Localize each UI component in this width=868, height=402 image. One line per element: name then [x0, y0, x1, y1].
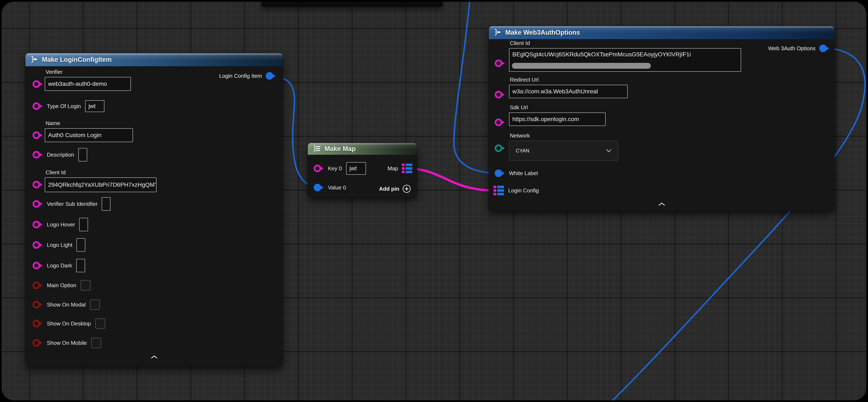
verifier-field-group: Verifier web3auth-auth0-demo: [45, 69, 131, 91]
value0-pin[interactable]: [314, 183, 324, 192]
client-id-pin[interactable]: [495, 59, 505, 68]
logo-light-row: Logo Light: [33, 238, 85, 252]
show-on-modal-row: Show On Modal: [33, 299, 100, 310]
map-output[interactable]: Map: [388, 164, 412, 173]
network-field-group: Network CYAN: [509, 133, 618, 161]
value0-label: Value 0: [328, 184, 346, 191]
redirect-url-input[interactable]: w3a://com.w3a.Web3AuthUnreal: [509, 85, 628, 98]
show-on-mobile-pin[interactable]: [33, 339, 43, 347]
show-on-desktop-checkbox[interactable]: [95, 318, 105, 329]
show-on-mobile-checkbox[interactable]: [91, 338, 101, 348]
network-pin[interactable]: [495, 144, 505, 153]
node-header[interactable]: Make LoginConfigItem: [25, 53, 283, 66]
client-id-field-group: Client Id 294QRkchfq2YaXUbPri7D6PH7xzHgQ…: [45, 169, 156, 192]
verifier-input[interactable]: web3auth-auth0-demo: [45, 77, 131, 91]
node-make-map[interactable]: Make Map Key 0 jwt Map Value 0 Add pin: [308, 143, 417, 197]
node-make-web3authoptions[interactable]: Make Web3AuthOptions Web 3Auth Options C…: [489, 26, 834, 211]
show-on-modal-label: Show On Modal: [47, 302, 86, 308]
logo-dark-row: Logo Dark: [33, 259, 85, 272]
show-on-mobile-label: Show On Mobile: [47, 340, 87, 346]
logo-light-pin[interactable]: [33, 240, 43, 249]
logo-light-input[interactable]: [76, 238, 85, 252]
show-on-desktop-pin[interactable]: [33, 319, 43, 328]
client-id-input[interactable]: 294QRkchfq2YaXUbPri7D6PH7xzHgQMT: [45, 177, 156, 192]
white-label-label: White Label: [509, 170, 538, 177]
node-title: Make LoginConfigItem: [42, 56, 112, 63]
description-input[interactable]: [79, 148, 87, 162]
description-row: Description: [33, 148, 87, 162]
verifier-sub-identifier-row: Verifier Sub Identifier: [33, 197, 111, 211]
login-config-map-pin-icon[interactable]: [493, 185, 504, 195]
logo-dark-label: Logo Dark: [47, 262, 72, 269]
white-label-pin[interactable]: [495, 169, 505, 178]
map-output-label: Map: [388, 165, 398, 172]
web3auth-options-output-pin[interactable]: [819, 44, 829, 53]
node-make-loginconfigitem[interactable]: Make LoginConfigItem Login Config Item V…: [25, 53, 283, 366]
collapse-node-button[interactable]: [655, 201, 668, 207]
logo-dark-pin[interactable]: [33, 261, 43, 270]
client-id-input[interactable]: BEglQSgt4cUWcj6SKRdu5QkOXTsePmMcusG5EAoy…: [509, 48, 741, 72]
redirect-url-pin[interactable]: [495, 90, 505, 99]
verifier-pin[interactable]: [33, 80, 43, 88]
client-id-field-group: Client Id BEglQSgt4cUWcj6SKRdu5QkOXTsePm…: [509, 40, 741, 72]
network-selected-value: CYAN: [516, 148, 529, 154]
chevron-up-icon: [151, 355, 158, 359]
verifier-sub-identifier-pin[interactable]: [33, 200, 43, 208]
logo-light-label: Logo Light: [47, 242, 72, 248]
map-pin-icon[interactable]: [402, 164, 412, 173]
horizontal-scrollbar[interactable]: [512, 63, 651, 69]
output-label: Login Config Item: [219, 73, 262, 79]
add-pin-label: Add pin: [379, 185, 399, 192]
chevron-up-icon: [658, 202, 665, 206]
node-title: Make Web3AuthOptions: [505, 29, 580, 36]
login-config-label: Login Config: [508, 187, 539, 194]
logo-hover-label: Logo Hover: [47, 221, 75, 228]
node-header[interactable]: Make Web3AuthOptions: [489, 26, 834, 39]
show-on-mobile-row: Show On Mobile: [33, 338, 101, 348]
name-input[interactable]: Auth0 Custom Login: [45, 128, 133, 142]
chevron-down-icon: [606, 149, 612, 152]
network-label: Network: [510, 133, 618, 139]
show-on-modal-pin[interactable]: [33, 300, 43, 309]
make-struct-icon: [30, 55, 38, 64]
key0-input[interactable]: jwt: [346, 162, 366, 175]
sdk-url-input[interactable]: https://sdk.openlogin.com: [509, 113, 606, 126]
type-of-login-row: Type Of Login jwt: [33, 100, 104, 112]
key0-label: Key 0: [328, 165, 342, 172]
type-of-login-input[interactable]: jwt: [85, 100, 104, 112]
main-option-pin[interactable]: [33, 281, 43, 290]
network-dropdown[interactable]: CYAN: [509, 141, 618, 161]
verifier-sub-identifier-label: Verifier Sub Identifier: [47, 201, 97, 207]
collapse-node-button[interactable]: [148, 354, 160, 360]
logo-dark-input[interactable]: [76, 259, 85, 272]
logo-hover-pin[interactable]: [33, 220, 43, 229]
verifier-sub-identifier-input[interactable]: [102, 197, 111, 211]
main-option-label: Main Option: [47, 282, 76, 289]
blueprint-graph-canvas[interactable]: Make LoginConfigItem Login Config Item V…: [2, 2, 866, 400]
name-pin[interactable]: [33, 131, 43, 140]
output-login-config-item[interactable]: Login Config Item: [219, 72, 276, 80]
type-of-login-label: Type Of Login: [47, 103, 81, 110]
main-option-checkbox[interactable]: [81, 280, 91, 291]
output-web3auth-options[interactable]: Web 3Auth Options: [768, 44, 829, 53]
verifier-label: Verifier: [45, 69, 131, 75]
add-pin-button[interactable]: Add pin: [379, 184, 411, 194]
white-label-row: White Label: [495, 169, 538, 178]
redirect-url-field-group: Redirect Url w3a://com.w3a.Web3AuthUnrea…: [509, 77, 628, 98]
key0-pin[interactable]: [314, 164, 324, 173]
make-struct-icon: [493, 28, 502, 37]
description-pin[interactable]: [33, 150, 43, 159]
show-on-desktop-label: Show On Desktop: [47, 320, 91, 327]
type-of-login-pin[interactable]: [33, 102, 43, 111]
node-title: Make Map: [324, 145, 355, 153]
login-config-row: Login Config: [493, 185, 539, 196]
client-id-pin[interactable]: [33, 180, 43, 189]
sdk-url-pin[interactable]: [495, 118, 505, 127]
login-config-item-output-pin[interactable]: [266, 71, 276, 80]
offscreen-node-bottom[interactable]: [261, 2, 443, 7]
redirect-url-label: Redirect Url: [510, 77, 628, 83]
circled-plus-icon: [403, 185, 411, 193]
show-on-modal-checkbox[interactable]: [90, 299, 100, 310]
node-header[interactable]: Make Map: [308, 143, 417, 155]
logo-hover-input[interactable]: [79, 218, 88, 231]
